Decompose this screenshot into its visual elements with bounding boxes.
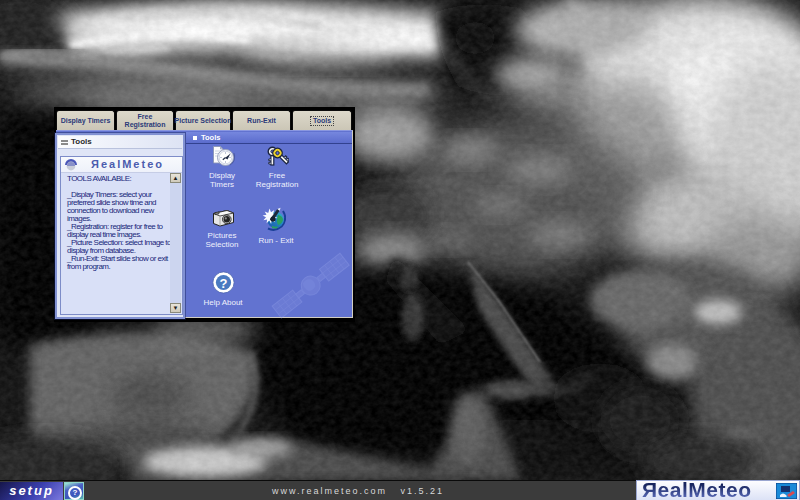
svg-text:?: ? — [220, 276, 228, 291]
